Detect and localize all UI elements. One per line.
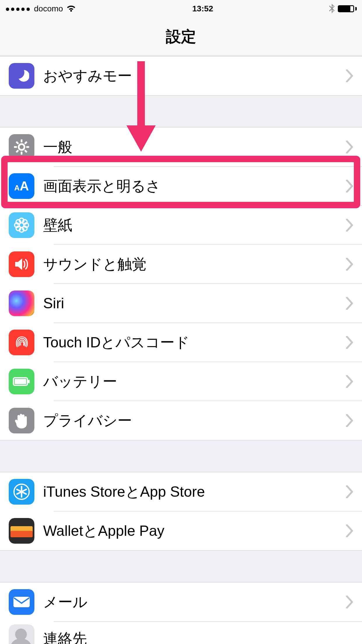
chevron-right-icon (346, 297, 353, 310)
group-spacer (0, 96, 362, 127)
row-label: 一般 (43, 137, 346, 157)
row-label: メール (43, 592, 346, 612)
group-spacer (0, 551, 362, 582)
wifi-icon (66, 5, 76, 13)
mail-icon (9, 589, 34, 615)
row-display-brightness[interactable]: AA 画面表示と明るさ (0, 167, 362, 206)
row-label: 壁紙 (43, 216, 346, 235)
moon-icon (9, 63, 34, 89)
svg-rect-19 (15, 379, 26, 384)
status-bar: ●●●●● docomo 13:52 (0, 0, 362, 18)
row-siri[interactable]: Siri (0, 284, 362, 323)
status-right (329, 4, 357, 14)
chevron-right-icon (346, 180, 353, 192)
chevron-right-icon (346, 141, 353, 153)
row-label: サウンドと触覚 (43, 255, 346, 274)
status-time: 13:52 (192, 4, 213, 13)
battery-icon (9, 369, 34, 394)
svg-line-5 (16, 142, 18, 144)
row-label: プライバシー (43, 411, 346, 430)
row-wallpaper[interactable]: 壁紙 (0, 206, 362, 245)
carrier-label: docomo (34, 4, 63, 13)
chevron-right-icon (346, 336, 353, 349)
settings-group-3: iTunes StoreとApp Store WalletとApple Pay (0, 472, 362, 551)
nav-bar: 設定 (0, 18, 362, 56)
row-itunes-appstore[interactable]: iTunes StoreとApp Store (0, 472, 362, 511)
chevron-right-icon (346, 375, 353, 388)
settings-group-1: おやすみモード (0, 56, 362, 96)
svg-rect-20 (28, 380, 30, 383)
row-contacts[interactable]: 連絡先 (0, 622, 362, 644)
chevron-right-icon (346, 596, 353, 608)
signal-strength-icon: ●●●●● (5, 4, 31, 13)
chevron-right-icon (346, 414, 353, 427)
row-label: バッテリー (43, 372, 346, 391)
bluetooth-icon (329, 4, 335, 14)
row-label: Siri (43, 295, 346, 312)
text-size-icon: AA (9, 173, 34, 199)
hand-icon (9, 408, 34, 433)
svg-line-7 (25, 142, 27, 144)
row-sounds[interactable]: サウンドと触覚 (0, 245, 362, 284)
row-label: 連絡先 (43, 629, 353, 644)
chevron-right-icon (346, 219, 353, 232)
row-label: 画面表示と明るさ (43, 176, 346, 196)
svg-line-6 (25, 150, 27, 152)
row-label: Touch IDとパスコード (43, 333, 346, 352)
row-do-not-disturb[interactable]: おやすみモード (0, 56, 362, 95)
row-touch-id[interactable]: Touch IDとパスコード (0, 323, 362, 362)
settings-group-2: 一般 AA 画面表示と明るさ 壁紙 サウンドと触覚 Siri (0, 127, 362, 440)
speaker-icon (9, 251, 34, 277)
chevron-right-icon (346, 258, 353, 271)
chevron-right-icon (346, 524, 353, 537)
row-mail[interactable]: メール (0, 582, 362, 622)
wallet-icon (9, 518, 34, 544)
row-battery[interactable]: バッテリー (0, 362, 362, 401)
page-title: 設定 (166, 27, 196, 47)
svg-rect-25 (13, 597, 30, 607)
row-general[interactable]: 一般 (0, 127, 362, 167)
row-wallet-applepay[interactable]: WalletとApple Pay (0, 511, 362, 550)
status-left: ●●●●● docomo (5, 4, 76, 13)
battery-indicator-icon (338, 5, 357, 12)
row-label: おやすみモード (43, 66, 346, 86)
chevron-right-icon (346, 69, 353, 82)
siri-icon (9, 290, 34, 316)
settings-group-4: メール 連絡先 (0, 582, 362, 644)
fingerprint-icon (9, 330, 34, 355)
row-privacy[interactable]: プライバシー (0, 401, 362, 440)
svg-point-0 (19, 144, 24, 150)
group-spacer (0, 440, 362, 472)
row-label: iTunes StoreとApp Store (43, 482, 346, 502)
svg-line-8 (16, 150, 18, 152)
flower-icon (9, 212, 34, 238)
chevron-right-icon (346, 485, 353, 498)
appstore-icon (9, 479, 34, 505)
row-label: WalletとApple Pay (43, 521, 346, 541)
contacts-icon (9, 624, 34, 644)
gear-icon (9, 134, 34, 160)
